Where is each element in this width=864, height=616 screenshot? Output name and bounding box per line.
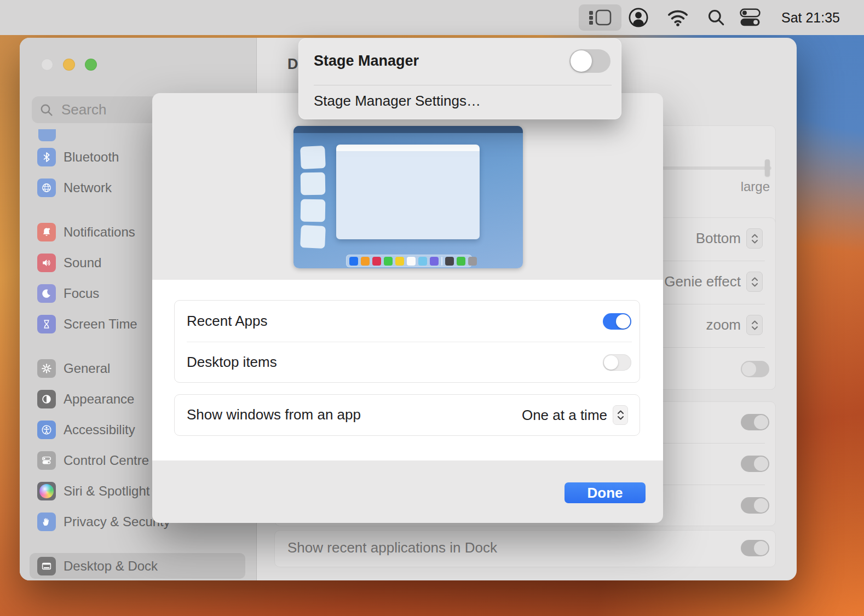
wifi-icon[interactable] xyxy=(667,8,689,27)
search-icon xyxy=(39,103,54,117)
control-center-icon[interactable] xyxy=(739,8,761,27)
done-button[interactable]: Done xyxy=(565,482,646,503)
dock-size-slider-knob[interactable] xyxy=(765,159,770,176)
dock-app-icon xyxy=(361,257,370,266)
globe-icon xyxy=(37,179,56,197)
search-icon[interactable] xyxy=(705,8,727,27)
show-windows-group: Show windows from an app One at a time xyxy=(174,394,640,436)
apps-options-group: Recent Apps Desktop items xyxy=(174,300,640,383)
stage-manager-preview xyxy=(293,126,523,268)
dock-app-icon xyxy=(430,257,439,266)
desktop-items-label: Desktop items xyxy=(187,354,277,371)
bluetooth-icon xyxy=(37,148,56,166)
desktop-dock-icon xyxy=(37,557,56,575)
preview-main-window xyxy=(336,145,480,239)
show-windows-select[interactable]: One at a time xyxy=(522,405,628,425)
sidebar-item-label: Network xyxy=(64,180,112,195)
sidebar-item-label: Control Centre xyxy=(64,453,149,468)
dock-app-icon xyxy=(468,257,477,266)
sidebar-item-label: Focus xyxy=(64,286,99,301)
user-account-icon[interactable] xyxy=(627,8,649,27)
sidebar-item-desktop-dock[interactable]: Desktop & Dock xyxy=(31,554,247,579)
moon-icon xyxy=(37,284,56,303)
dimmed-toggle[interactable] xyxy=(741,497,769,514)
sidebar-item-label: Sound xyxy=(64,255,101,270)
speaker-icon xyxy=(37,254,56,272)
sidebar-item-label: Desktop & Dock xyxy=(64,559,158,574)
position-stepper[interactable] xyxy=(746,228,763,249)
dock-app-icon xyxy=(445,257,454,266)
dock-app-icon xyxy=(395,257,404,266)
close-button[interactable] xyxy=(41,59,53,71)
stage-manager-popover: Stage Manager Stage Manager Settings… xyxy=(298,38,621,119)
hourglass-icon xyxy=(37,315,56,333)
minimize-button[interactable] xyxy=(63,59,75,71)
sidebar-item-label: Accessibility xyxy=(64,422,135,437)
dock-app-icon xyxy=(384,257,393,266)
gear-icon xyxy=(37,359,56,378)
preview-menubar xyxy=(293,126,523,133)
sidebar-item-label: Screen Time xyxy=(64,316,137,332)
dock-separator xyxy=(441,257,442,266)
dock-app-icon xyxy=(457,257,465,266)
desktop-items-toggle[interactable] xyxy=(603,354,631,371)
stage-manager-toggle[interactable] xyxy=(569,49,610,73)
hand-icon xyxy=(37,513,56,531)
show-windows-value: One at a time xyxy=(522,407,607,424)
show-recent-label: Show recent applications in Dock xyxy=(287,539,497,556)
show-windows-label: Show windows from an app xyxy=(187,406,361,423)
minimize-effect-stepper[interactable] xyxy=(746,272,763,292)
show-recent-toggle[interactable] xyxy=(741,540,769,556)
divider xyxy=(187,342,632,342)
stage-manager-icon xyxy=(587,9,613,26)
popover-title: Stage Manager xyxy=(314,53,419,70)
menu-bar: Sat 21:35 xyxy=(0,0,864,35)
dock-app-icon xyxy=(372,257,381,266)
stage-manager-settings-link[interactable]: Stage Manager Settings… xyxy=(314,93,481,110)
siri-icon xyxy=(37,482,56,500)
dock-app-icon xyxy=(349,257,358,266)
menu-bar-clock[interactable]: Sat 21:35 xyxy=(781,0,840,35)
sidebar-item-label: Appearance xyxy=(64,392,134,407)
preview-app-thumbnail xyxy=(301,199,326,222)
show-windows-stepper[interactable] xyxy=(613,405,628,425)
bell-icon xyxy=(37,223,56,241)
divider xyxy=(314,85,612,85)
stage-manager-sheet: Recent Apps Desktop items Show windows f… xyxy=(152,93,663,523)
contrast-icon xyxy=(37,390,56,408)
stage-manager-menu-button[interactable] xyxy=(579,4,621,31)
recent-apps-label: Recent Apps xyxy=(187,313,267,330)
desktop: Sat 21:35 Blueto xyxy=(0,0,864,616)
dimmed-toggle[interactable] xyxy=(741,456,769,472)
zoom-button[interactable] xyxy=(85,59,97,71)
preview-app-thumbnail xyxy=(301,172,326,195)
preview-app-thumbnail xyxy=(300,225,326,249)
preview-app-thumbnail xyxy=(300,146,326,169)
dock-app-icon xyxy=(418,257,427,266)
sidebar-item-label: Bluetooth xyxy=(64,149,119,165)
double-click-stepper[interactable] xyxy=(746,315,763,335)
dock-app-icon xyxy=(407,257,416,266)
accessibility-icon xyxy=(37,421,56,439)
dimmed-toggle[interactable] xyxy=(741,414,769,430)
preview-dock xyxy=(346,255,472,267)
sidebar-item-partial-icon xyxy=(38,129,56,141)
dimmed-toggle[interactable] xyxy=(741,361,769,377)
toggles-icon xyxy=(37,451,56,470)
sidebar-item-label: General xyxy=(64,361,110,376)
sidebar-item-label: Siri & Spotlight xyxy=(64,483,149,499)
sidebar-item-label: Notifications xyxy=(64,224,135,240)
recent-apps-toggle[interactable] xyxy=(603,313,631,330)
